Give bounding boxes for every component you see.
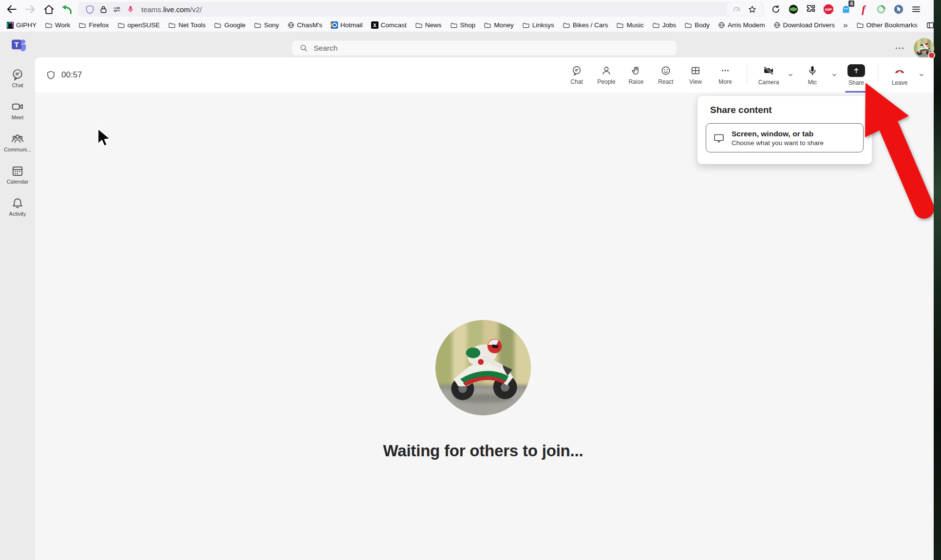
- menu-button[interactable]: [909, 2, 923, 17]
- back-button[interactable]: [4, 2, 19, 17]
- abp-icon[interactable]: ABP: [821, 2, 836, 17]
- bookmark-hotmail[interactable]: Hotmail: [331, 21, 363, 29]
- screen: teams.live.com/v2/: [0, 0, 941, 560]
- more-button[interactable]: More: [712, 62, 738, 88]
- rail-item-communities[interactable]: Communi...: [0, 132, 35, 152]
- bookmark-giphy[interactable]: GIPHY: [7, 21, 37, 29]
- browser-window: teams.live.com/v2/: [0, 0, 934, 560]
- teams-logo-glyph: T: [15, 41, 19, 49]
- mic-options-chevron[interactable]: [829, 62, 840, 88]
- option-title: Screen, window, or tab: [732, 130, 824, 138]
- ghost-extension-icon[interactable]: 4: [839, 2, 853, 17]
- notification-badge: 4: [848, 0, 854, 7]
- bookmark-folder-net-tools[interactable]: Net Tools: [168, 21, 206, 29]
- rail-label: Calendar: [7, 179, 29, 185]
- bookmark-folder-music[interactable]: Music: [616, 21, 643, 29]
- other-bookmarks[interactable]: Other Bookmarks: [856, 21, 918, 29]
- bookmark-folder-linksys[interactable]: Linksys: [522, 21, 554, 29]
- chevron-down-icon: [787, 71, 794, 79]
- mic-icon: [807, 65, 818, 76]
- bookmark-folder-firefox[interactable]: Firefox: [78, 21, 109, 29]
- people-button[interactable]: People: [593, 62, 620, 88]
- folder-icon: [684, 21, 692, 29]
- flash-glyph: f: [862, 4, 865, 15]
- bookmark-folder-shop[interactable]: Shop: [450, 21, 476, 29]
- undo-extension-button[interactable]: [59, 2, 75, 17]
- bookmark-folder-body[interactable]: Body: [684, 21, 710, 29]
- camera-options-chevron[interactable]: [785, 62, 796, 88]
- bookmark-label: News: [425, 21, 442, 29]
- mic-permission-icon[interactable]: [124, 3, 137, 16]
- search-bar[interactable]: [291, 40, 677, 56]
- url-bar[interactable]: teams.live.com/v2/: [78, 2, 764, 17]
- bookmarks-bar: GIPHY Work Firefox openSUSE Net Tools Go…: [0, 19, 934, 32]
- leave-options-chevron[interactable]: [916, 62, 927, 88]
- url-host: live.com: [163, 5, 190, 14]
- cursor-extension-icon[interactable]: [891, 2, 906, 17]
- folder-icon: [563, 21, 570, 29]
- rail-item-chat[interactable]: Chat: [0, 68, 35, 88]
- bookmark-folder-bikes-cars[interactable]: Bikes / Cars: [563, 21, 608, 29]
- bookmark-folder-opensuse[interactable]: openSUSE: [117, 21, 160, 29]
- bookmark-download-drivers[interactable]: Download Drivers: [773, 21, 835, 29]
- bookmark-arris-modem[interactable]: Arris Modem: [718, 21, 765, 29]
- tracking-shield-icon[interactable]: [83, 3, 96, 16]
- reload-button[interactable]: [769, 2, 783, 17]
- bookmarks-overflow-chevron[interactable]: »: [843, 20, 847, 30]
- rail-item-activity[interactable]: Activity: [0, 197, 35, 217]
- extension-orb-icon[interactable]: [786, 2, 801, 17]
- option-subtitle: Choose what you want to share: [732, 139, 824, 147]
- popup-title: Share content: [710, 105, 772, 115]
- teams-logo[interactable]: T: [11, 37, 27, 55]
- rail-item-meet[interactable]: Meet: [0, 100, 35, 120]
- share-content-popup: Share content Screen, window, or tab Cho…: [697, 96, 872, 164]
- globe-icon: [718, 21, 725, 29]
- bookmark-chasms[interactable]: ChasM's: [287, 21, 322, 29]
- bookmark-star-icon[interactable]: [745, 3, 759, 16]
- camera-button[interactable]: Camera: [755, 62, 782, 88]
- bookmarks-bar-tools: [926, 21, 941, 30]
- meeting-toolbar: 00:57 Chat People Raise: [35, 57, 934, 93]
- leave-button[interactable]: Leave: [886, 62, 913, 88]
- folder-icon: [616, 21, 624, 29]
- bookmark-label: Sony: [264, 21, 279, 29]
- raise-hand-button[interactable]: Raise: [623, 62, 649, 88]
- screen-window-tab-option[interactable]: Screen, window, or tab Choose what you w…: [706, 123, 864, 152]
- bookmark-folder-work[interactable]: Work: [45, 21, 70, 29]
- share-button[interactable]: Share: [843, 62, 869, 88]
- bookmark-label: Money: [494, 21, 514, 29]
- rail-item-calendar[interactable]: Calendar: [0, 165, 35, 185]
- sidebar-toggle-icon[interactable]: [926, 21, 935, 30]
- x-icon: X: [371, 21, 378, 29]
- forward-button[interactable]: [22, 2, 38, 17]
- puzzle-icon[interactable]: [804, 2, 818, 17]
- button-label: Raise: [629, 78, 644, 85]
- home-button[interactable]: [41, 2, 56, 17]
- folder-icon: [522, 21, 530, 29]
- mic-button[interactable]: Mic: [799, 62, 826, 88]
- ring-extension-icon[interactable]: [874, 2, 888, 17]
- back-icon: [5, 3, 18, 16]
- bookmark-folder-money[interactable]: Money: [484, 21, 514, 29]
- bookmark-folder-jobs[interactable]: Jobs: [652, 21, 677, 29]
- settings-and-more-button[interactable]: [892, 43, 907, 54]
- bookmark-label: Download Drivers: [783, 21, 835, 29]
- bookmark-folder-google[interactable]: Google: [214, 21, 245, 29]
- gauge-icon[interactable]: [730, 3, 743, 16]
- react-button[interactable]: React: [653, 62, 679, 88]
- bookmark-folder-sony[interactable]: Sony: [254, 21, 279, 29]
- permissions-icon[interactable]: [110, 3, 124, 16]
- teams-app: T Chat Meet: [0, 32, 934, 560]
- folder-icon: [856, 21, 864, 29]
- chat-button[interactable]: Chat: [564, 62, 590, 88]
- flash-icon[interactable]: f: [856, 2, 871, 17]
- lock-icon[interactable]: [96, 3, 110, 16]
- view-button[interactable]: View: [682, 62, 709, 88]
- search-input[interactable]: [313, 43, 654, 53]
- share-icon: [847, 64, 865, 77]
- bookmark-folder-news[interactable]: News: [415, 21, 442, 29]
- bookmark-label: openSUSE: [128, 21, 160, 29]
- rail-label: Communi...: [4, 147, 31, 152]
- button-label: View: [689, 78, 702, 85]
- bookmark-comcast[interactable]: X Comcast: [371, 21, 407, 29]
